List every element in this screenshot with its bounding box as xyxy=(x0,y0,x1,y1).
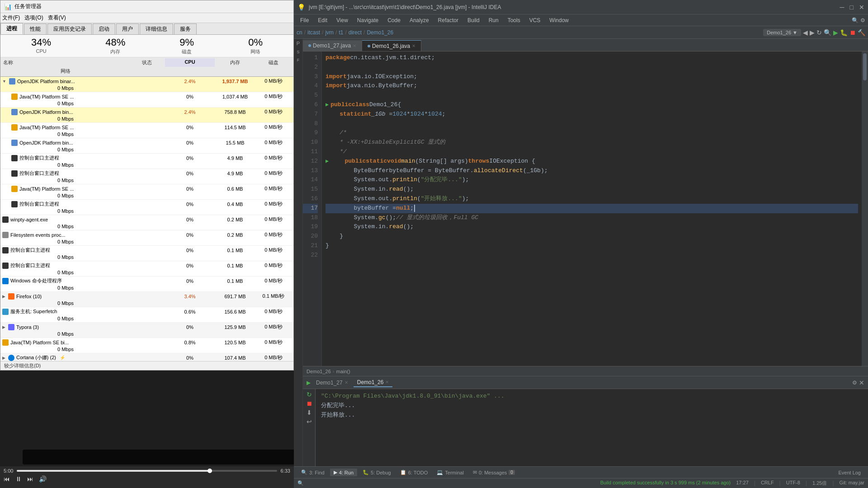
settings-icon[interactable]: ⚙ xyxy=(860,17,865,23)
run-arrow-6[interactable]: ▶ xyxy=(326,101,329,109)
sb-zoom[interactable]: 1.25倍 xyxy=(812,480,827,487)
run-tab-demo1-26[interactable]: Demo1_26 ✕ xyxy=(354,378,393,387)
sb-encoding[interactable]: UTF-8 xyxy=(786,480,800,487)
tab-demo1-26[interactable]: Demo1_26.java ✕ xyxy=(362,40,421,51)
ide-maximize-button[interactable]: □ xyxy=(850,4,854,11)
refresh-button[interactable]: ↻ xyxy=(816,29,822,36)
tm-tab-app-history[interactable]: 应用历史记录 xyxy=(47,23,92,34)
run-tab-26-close[interactable]: ✕ xyxy=(385,380,389,385)
tm-menu-options[interactable]: 选项(O) xyxy=(24,14,43,22)
ide-menu-refactor[interactable]: Refactor xyxy=(434,16,462,24)
play-pause-button[interactable]: ⏸ xyxy=(15,475,22,483)
run-arrow-12[interactable]: ▶ xyxy=(326,157,329,166)
table-row[interactable]: 控制台窗口主进程 0% 4.9 MB 0 MB/秒 0 Mbps xyxy=(0,169,293,184)
bottom-tab-find[interactable]: 🔍 3: Find xyxy=(297,469,328,476)
nav-cn[interactable]: cn xyxy=(297,29,302,36)
ide-menu-window[interactable]: Window xyxy=(546,16,572,24)
run-button[interactable]: ▶ xyxy=(833,29,838,36)
ide-minimize-button[interactable]: ─ xyxy=(840,4,844,11)
stop-run-button[interactable]: ⏹ xyxy=(306,400,312,407)
sb-git-branch[interactable]: Git: may.jar xyxy=(840,480,864,487)
sb-search-icon[interactable]: 🔍 xyxy=(297,480,304,486)
forward-nav-button[interactable]: ▶ xyxy=(810,29,815,36)
code-editor[interactable]: 1234 5678 9101112 13141516 17 181920 212… xyxy=(303,52,868,366)
nav-t1[interactable]: t1 xyxy=(339,29,343,36)
ide-close-button[interactable]: ✕ xyxy=(859,4,864,11)
tm-menu-file[interactable]: 文件(F) xyxy=(2,14,20,22)
tm-tab-services[interactable]: 服务 xyxy=(174,23,197,34)
th-cpu[interactable]: CPU xyxy=(165,58,215,67)
bottom-tab-todo[interactable]: 📋 6: TODO xyxy=(396,469,432,476)
search-button[interactable]: 🔍 xyxy=(824,29,831,36)
ide-menu-view[interactable]: View xyxy=(333,16,352,24)
table-row[interactable]: ▶ Cortana (小娜) (2) ⚡ 0% 107.4 MB 0 MB/秒 … xyxy=(0,353,293,361)
tm-statusbar[interactable]: 较少详细信息(D) xyxy=(0,361,293,370)
ide-menu-navigate[interactable]: Navigate xyxy=(354,16,382,24)
ide-menu-file[interactable]: File xyxy=(297,16,312,24)
scroll-thumb[interactable] xyxy=(863,53,867,80)
ide-menu-edit[interactable]: Edit xyxy=(314,16,331,24)
nav-demo1-26[interactable]: Demo1_26 xyxy=(367,29,393,36)
debug-button[interactable]: 🐛 xyxy=(840,29,848,36)
table-row[interactable]: 服务主机: Superfetch 0.6% 156.6 MB 0 MB/秒 0 … xyxy=(0,307,293,323)
table-row[interactable]: ▶ Typora (3) 0% 125.9 MB 0 MB/秒 0 Mbps xyxy=(0,323,293,338)
th-mem[interactable]: 内存 xyxy=(215,58,255,67)
table-row[interactable]: OpenJDK Platform bin... 0% 15.5 MB 0 MB/… xyxy=(0,138,293,154)
run-config-selector[interactable]: Demo1_26 ▼ xyxy=(763,29,801,36)
tm-tab-users[interactable]: 用户 xyxy=(116,23,139,34)
tab-close-27[interactable]: ✕ xyxy=(353,43,356,48)
bottom-tab-messages[interactable]: ✉ 0: Messages 0 xyxy=(469,469,519,476)
th-status[interactable]: 状态 xyxy=(129,58,165,67)
ide-menu-analyze[interactable]: Analyze xyxy=(406,16,433,24)
build-button[interactable]: 🔨 xyxy=(858,29,865,36)
volume-button[interactable]: 🔊 xyxy=(39,475,47,483)
table-row[interactable]: 控制台窗口主进程 0% 0.4 MB 0 MB/秒 0 Mbps xyxy=(0,200,293,215)
favorites-icon[interactable]: F xyxy=(297,58,300,62)
ide-menu-vcs[interactable]: VCS xyxy=(526,16,544,24)
table-row[interactable]: Java(TM) Platform SE bi... 0.8% 120.5 MB… xyxy=(0,338,293,353)
run-settings-icon[interactable]: ⚙ xyxy=(852,380,857,386)
rerun-button[interactable]: ↻ xyxy=(307,391,312,398)
back-nav-button[interactable]: ◀ xyxy=(803,29,808,36)
table-row[interactable]: Java(TM) Platform SE ... 0% 1,037.4 MB 0… xyxy=(0,92,293,108)
th-disk[interactable]: 磁盘 xyxy=(255,58,292,67)
progress-bar-container[interactable]: 5:00 6:33 xyxy=(4,468,290,474)
table-row[interactable]: Filesystem events proc... 0% 0.2 MB 0 MB… xyxy=(0,230,293,246)
structure-icon[interactable]: S xyxy=(297,50,299,54)
tab-demo1-27[interactable]: Demo1_27.java ✕ xyxy=(303,40,362,51)
tm-tab-details[interactable]: 详细信息 xyxy=(140,23,173,34)
next-button[interactable]: ⏭ xyxy=(27,475,33,483)
tm-tab-processes[interactable]: 进程 xyxy=(0,23,23,34)
tab-close-26[interactable]: ✕ xyxy=(412,43,415,48)
sb-position[interactable]: 17:27 xyxy=(736,480,749,487)
table-row[interactable]: Java(TM) Platform SE ... 0% 0.6 MB 0 MB/… xyxy=(0,184,293,200)
run-panel-close-button[interactable]: ✕ xyxy=(859,379,864,386)
table-row[interactable]: Windows 命令处理程序 0% 0.1 MB 0 MB/秒 0 Mbps xyxy=(0,277,293,292)
stop-button[interactable]: ⏹ xyxy=(849,29,856,36)
progress-bar[interactable] xyxy=(17,470,277,472)
search-everywhere-icon[interactable]: 🔍 xyxy=(852,17,859,23)
tm-menu-view[interactable]: 查看(V) xyxy=(48,14,66,22)
table-row[interactable]: 控制台窗口主进程 0% 4.9 MB 0 MB/秒 0 Mbps xyxy=(0,154,293,169)
sb-line-endings[interactable]: CRLF xyxy=(761,480,774,487)
code-scrollbar[interactable] xyxy=(862,52,868,366)
nav-itcast[interactable]: itcast xyxy=(307,29,320,36)
run-tab-demo1-27[interactable]: Demo1_27 ✕ xyxy=(312,379,352,387)
table-row[interactable]: winpty-agent.exe 0% 0.2 MB 0 MB/秒 0 Mbps xyxy=(0,215,293,230)
wrap-output-button[interactable]: ↩ xyxy=(307,418,312,425)
run-tab-27-close[interactable]: ✕ xyxy=(344,380,348,385)
table-row[interactable]: 控制台窗口主进程 0% 0.1 MB 0 MB/秒 0 Mbps xyxy=(0,246,293,261)
th-name[interactable]: 名称 xyxy=(2,58,129,67)
table-row[interactable]: ▶ Firefox (10) 3.4% 691.7 MB 0.1 MB/秒 0 … xyxy=(0,292,293,307)
bottom-tab-debug[interactable]: 🐛 5: Debug xyxy=(359,469,395,476)
nav-direct[interactable]: direct xyxy=(349,29,362,36)
ide-menu-code[interactable]: Code xyxy=(384,16,404,24)
ide-menu-build[interactable]: Build xyxy=(464,16,483,24)
event-log-button[interactable]: Event Log xyxy=(835,469,864,476)
bottom-tab-run[interactable]: ▶ 4: Run xyxy=(330,469,357,476)
prev-button[interactable]: ⏮ xyxy=(4,475,10,483)
tm-tab-startup[interactable]: 启动 xyxy=(93,23,115,34)
ide-menu-run[interactable]: Run xyxy=(485,16,502,24)
table-row[interactable]: Java(TM) Platform SE ... 0% 114.5 MB 0 M… xyxy=(0,123,293,138)
tm-tab-performance[interactable]: 性能 xyxy=(24,23,47,34)
